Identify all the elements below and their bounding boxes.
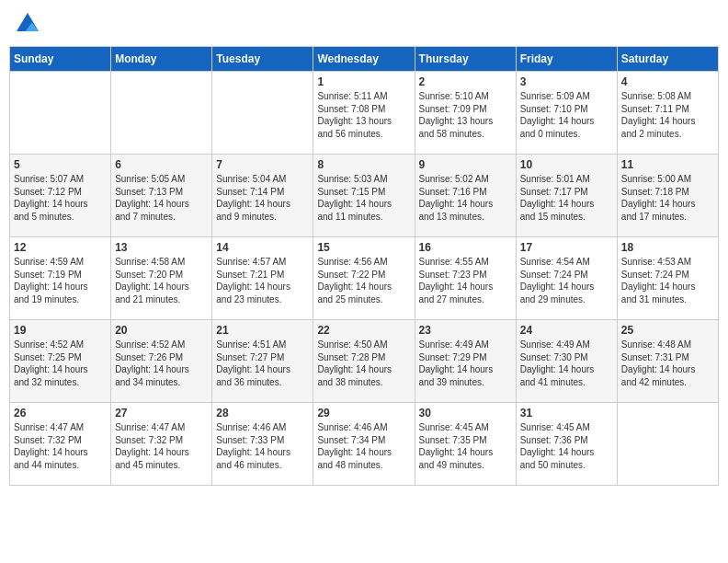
page-header: [9, 9, 719, 39]
calendar-cell: 11Sunrise: 5:00 AMSunset: 7:18 PMDayligh…: [617, 155, 718, 237]
day-info: Sunrise: 4:47 AMSunset: 7:32 PMDaylight:…: [14, 421, 107, 471]
weekday-header-friday: Friday: [516, 47, 617, 72]
day-info: Sunrise: 4:52 AMSunset: 7:26 PMDaylight:…: [115, 339, 208, 388]
day-info: Sunrise: 5:02 AMSunset: 7:16 PMDaylight:…: [419, 173, 512, 223]
day-info: Sunrise: 4:53 AMSunset: 7:24 PMDaylight:…: [621, 256, 714, 305]
calendar-cell: 26Sunrise: 4:47 AMSunset: 7:32 PMDayligh…: [10, 403, 111, 486]
day-info: Sunrise: 4:46 AMSunset: 7:33 PMDaylight:…: [216, 421, 309, 471]
day-info: Sunrise: 4:45 AMSunset: 7:35 PMDaylight:…: [419, 421, 512, 471]
day-number: 5: [14, 158, 107, 171]
day-info: Sunrise: 5:04 AMSunset: 7:14 PMDaylight:…: [216, 173, 309, 223]
day-info: Sunrise: 4:49 AMSunset: 7:30 PMDaylight:…: [520, 339, 613, 388]
day-number: 19: [14, 324, 107, 337]
calendar-cell: 22Sunrise: 4:50 AMSunset: 7:28 PMDayligh…: [313, 320, 415, 403]
day-number: 4: [621, 75, 714, 88]
day-info: Sunrise: 5:07 AMSunset: 7:12 PMDaylight:…: [14, 173, 107, 223]
day-number: 29: [317, 407, 410, 419]
day-info: Sunrise: 4:58 AMSunset: 7:20 PMDaylight:…: [115, 256, 208, 305]
day-number: 17: [520, 241, 613, 254]
calendar-cell: 27Sunrise: 4:47 AMSunset: 7:32 PMDayligh…: [111, 403, 212, 486]
calendar-week-5: 26Sunrise: 4:47 AMSunset: 7:32 PMDayligh…: [10, 403, 719, 486]
calendar-cell: 24Sunrise: 4:49 AMSunset: 7:30 PMDayligh…: [516, 320, 617, 403]
calendar-cell: 12Sunrise: 4:59 AMSunset: 7:19 PMDayligh…: [10, 237, 111, 320]
calendar-cell: [212, 72, 313, 155]
calendar-cell: 25Sunrise: 4:48 AMSunset: 7:31 PMDayligh…: [617, 320, 718, 403]
day-number: 2: [419, 75, 512, 88]
day-number: 23: [419, 324, 512, 337]
calendar-cell: 19Sunrise: 4:52 AMSunset: 7:25 PMDayligh…: [10, 320, 111, 403]
calendar-cell: 16Sunrise: 4:55 AMSunset: 7:23 PMDayligh…: [415, 237, 516, 320]
day-number: 24: [520, 324, 613, 337]
day-info: Sunrise: 4:59 AMSunset: 7:19 PMDaylight:…: [14, 256, 107, 305]
calendar-cell: 10Sunrise: 5:01 AMSunset: 7:17 PMDayligh…: [516, 155, 617, 237]
calendar-body: 1Sunrise: 5:11 AMSunset: 7:08 PMDaylight…: [10, 72, 719, 486]
calendar-cell: 28Sunrise: 4:46 AMSunset: 7:33 PMDayligh…: [212, 403, 313, 486]
calendar-cell: 18Sunrise: 4:53 AMSunset: 7:24 PMDayligh…: [617, 237, 718, 320]
day-info: Sunrise: 4:51 AMSunset: 7:27 PMDaylight:…: [216, 339, 309, 388]
day-number: 15: [317, 241, 410, 254]
day-number: 7: [216, 158, 309, 171]
calendar-cell: 23Sunrise: 4:49 AMSunset: 7:29 PMDayligh…: [415, 320, 516, 403]
weekday-header-tuesday: Tuesday: [212, 47, 313, 72]
calendar-cell: 4Sunrise: 5:08 AMSunset: 7:11 PMDaylight…: [617, 72, 718, 155]
day-info: Sunrise: 4:49 AMSunset: 7:29 PMDaylight:…: [419, 339, 512, 388]
weekday-header-saturday: Saturday: [617, 47, 718, 72]
day-number: 11: [621, 158, 714, 171]
calendar-cell: 7Sunrise: 5:04 AMSunset: 7:14 PMDaylight…: [212, 155, 313, 237]
day-number: 12: [14, 241, 107, 254]
day-info: Sunrise: 4:48 AMSunset: 7:31 PMDaylight:…: [621, 339, 714, 388]
day-info: Sunrise: 4:46 AMSunset: 7:34 PMDaylight:…: [317, 421, 410, 471]
day-number: 28: [216, 407, 309, 419]
day-info: Sunrise: 5:00 AMSunset: 7:18 PMDaylight:…: [621, 173, 714, 223]
day-info: Sunrise: 5:11 AMSunset: 7:08 PMDaylight:…: [317, 90, 410, 140]
calendar-cell: 29Sunrise: 4:46 AMSunset: 7:34 PMDayligh…: [313, 403, 415, 486]
day-info: Sunrise: 4:55 AMSunset: 7:23 PMDaylight:…: [419, 256, 512, 305]
calendar-table: SundayMondayTuesdayWednesdayThursdayFrid…: [9, 46, 719, 486]
calendar-header: SundayMondayTuesdayWednesdayThursdayFrid…: [10, 47, 719, 72]
weekday-header-sunday: Sunday: [10, 47, 111, 72]
logo-icon: [13, 9, 42, 39]
calendar-week-2: 5Sunrise: 5:07 AMSunset: 7:12 PMDaylight…: [10, 155, 719, 237]
day-number: 21: [216, 324, 309, 337]
calendar-cell: 14Sunrise: 4:57 AMSunset: 7:21 PMDayligh…: [212, 237, 313, 320]
day-number: 25: [621, 324, 714, 337]
calendar-cell: 6Sunrise: 5:05 AMSunset: 7:13 PMDaylight…: [111, 155, 212, 237]
day-info: Sunrise: 4:47 AMSunset: 7:32 PMDaylight:…: [115, 421, 208, 471]
day-info: Sunrise: 4:56 AMSunset: 7:22 PMDaylight:…: [317, 256, 410, 305]
calendar-week-3: 12Sunrise: 4:59 AMSunset: 7:19 PMDayligh…: [10, 237, 719, 320]
calendar-cell: 2Sunrise: 5:10 AMSunset: 7:09 PMDaylight…: [415, 72, 516, 155]
day-info: Sunrise: 5:01 AMSunset: 7:17 PMDaylight:…: [520, 173, 613, 223]
day-number: 3: [520, 75, 613, 88]
day-info: Sunrise: 5:03 AMSunset: 7:15 PMDaylight:…: [317, 173, 410, 223]
calendar-cell: 5Sunrise: 5:07 AMSunset: 7:12 PMDaylight…: [10, 155, 111, 237]
weekday-header-row: SundayMondayTuesdayWednesdayThursdayFrid…: [10, 47, 719, 72]
weekday-header-wednesday: Wednesday: [313, 47, 415, 72]
day-number: 14: [216, 241, 309, 254]
calendar-cell: 30Sunrise: 4:45 AMSunset: 7:35 PMDayligh…: [415, 403, 516, 486]
day-info: Sunrise: 4:50 AMSunset: 7:28 PMDaylight:…: [317, 339, 410, 388]
day-number: 10: [520, 158, 613, 171]
day-info: Sunrise: 4:54 AMSunset: 7:24 PMDaylight:…: [520, 256, 613, 305]
calendar-cell: [617, 403, 718, 486]
logo: [13, 9, 46, 39]
calendar-cell: 17Sunrise: 4:54 AMSunset: 7:24 PMDayligh…: [516, 237, 617, 320]
day-info: Sunrise: 4:52 AMSunset: 7:25 PMDaylight:…: [14, 339, 107, 388]
day-info: Sunrise: 5:09 AMSunset: 7:10 PMDaylight:…: [520, 90, 613, 140]
day-number: 31: [520, 407, 613, 419]
day-number: 9: [419, 158, 512, 171]
calendar-week-4: 19Sunrise: 4:52 AMSunset: 7:25 PMDayligh…: [10, 320, 719, 403]
day-info: Sunrise: 5:08 AMSunset: 7:11 PMDaylight:…: [621, 90, 714, 140]
calendar-cell: 1Sunrise: 5:11 AMSunset: 7:08 PMDaylight…: [313, 72, 415, 155]
calendar-cell: 15Sunrise: 4:56 AMSunset: 7:22 PMDayligh…: [313, 237, 415, 320]
weekday-header-thursday: Thursday: [415, 47, 516, 72]
day-number: 22: [317, 324, 410, 337]
day-number: 6: [115, 158, 208, 171]
day-info: Sunrise: 4:57 AMSunset: 7:21 PMDaylight:…: [216, 256, 309, 305]
calendar-cell: 20Sunrise: 4:52 AMSunset: 7:26 PMDayligh…: [111, 320, 212, 403]
day-number: 18: [621, 241, 714, 254]
day-number: 20: [115, 324, 208, 337]
weekday-header-monday: Monday: [111, 47, 212, 72]
calendar-cell: [111, 72, 212, 155]
day-number: 1: [317, 75, 410, 88]
day-number: 16: [419, 241, 512, 254]
